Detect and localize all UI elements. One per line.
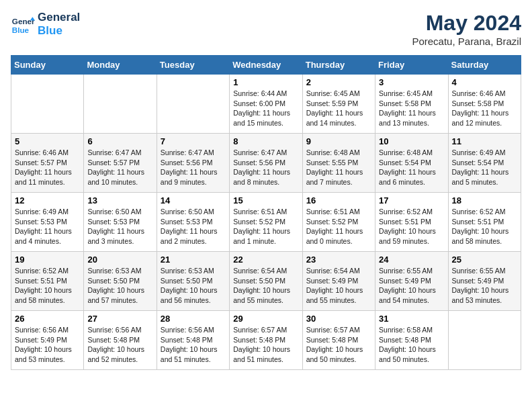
day-number: 5 — [15, 136, 80, 146]
day-info: Sunrise: 6:54 AM Sunset: 5:50 PM Dayligh… — [233, 266, 298, 306]
calendar-cell: 27Sunrise: 6:56 AM Sunset: 5:48 PM Dayli… — [84, 311, 157, 370]
calendar-cell: 19Sunrise: 6:52 AM Sunset: 5:51 PM Dayli… — [11, 252, 84, 311]
day-info: Sunrise: 6:54 AM Sunset: 5:49 PM Dayligh… — [306, 266, 371, 306]
calendar-cell: 5Sunrise: 6:46 AM Sunset: 5:57 PM Daylig… — [11, 134, 84, 193]
calendar-cell: 13Sunrise: 6:50 AM Sunset: 5:53 PM Dayli… — [84, 193, 157, 252]
day-number: 13 — [87, 195, 152, 205]
day-info: Sunrise: 6:50 AM Sunset: 5:53 PM Dayligh… — [87, 207, 152, 246]
calendar-cell: 11Sunrise: 6:49 AM Sunset: 5:54 PM Dayli… — [448, 134, 521, 193]
week-row-1: 1Sunrise: 6:44 AM Sunset: 6:00 PM Daylig… — [11, 75, 521, 134]
calendar-cell: 31Sunrise: 6:58 AM Sunset: 5:48 PM Dayli… — [375, 311, 448, 370]
day-header-saturday: Saturday — [448, 56, 521, 75]
week-row-5: 26Sunrise: 6:56 AM Sunset: 5:49 PM Dayli… — [11, 311, 521, 370]
day-info: Sunrise: 6:55 AM Sunset: 5:49 PM Dayligh… — [379, 266, 444, 306]
day-info: Sunrise: 6:48 AM Sunset: 5:55 PM Dayligh… — [306, 148, 371, 187]
calendar-cell: 29Sunrise: 6:57 AM Sunset: 5:48 PM Dayli… — [230, 311, 302, 370]
calendar-cell: 26Sunrise: 6:56 AM Sunset: 5:49 PM Dayli… — [11, 311, 84, 370]
day-number: 19 — [15, 255, 80, 265]
calendar-cell — [84, 75, 157, 134]
calendar-cell: 23Sunrise: 6:54 AM Sunset: 5:49 PM Dayli… — [302, 252, 375, 311]
day-number: 30 — [306, 314, 371, 324]
day-number: 21 — [161, 255, 226, 265]
calendar-cell: 6Sunrise: 6:47 AM Sunset: 5:57 PM Daylig… — [84, 134, 157, 193]
logo-blue: Blue — [38, 24, 80, 38]
day-info: Sunrise: 6:49 AM Sunset: 5:54 PM Dayligh… — [452, 148, 517, 187]
day-header-sunday: Sunday — [11, 56, 84, 75]
day-info: Sunrise: 6:51 AM Sunset: 5:52 PM Dayligh… — [306, 207, 371, 246]
logo-icon: General Blue — [11, 12, 35, 36]
day-number: 9 — [306, 136, 371, 146]
day-number: 7 — [161, 136, 226, 146]
week-row-2: 5Sunrise: 6:46 AM Sunset: 5:57 PM Daylig… — [11, 134, 521, 193]
day-info: Sunrise: 6:52 AM Sunset: 5:51 PM Dayligh… — [379, 207, 444, 246]
calendar-cell: 24Sunrise: 6:55 AM Sunset: 5:49 PM Dayli… — [375, 252, 448, 311]
day-number: 4 — [452, 77, 517, 87]
calendar-table: SundayMondayTuesdayWednesdayThursdayFrid… — [11, 55, 521, 370]
day-header-friday: Friday — [375, 56, 448, 75]
logo-general: General — [38, 11, 80, 24]
calendar-cell: 14Sunrise: 6:50 AM Sunset: 5:53 PM Dayli… — [157, 193, 229, 252]
page-header: General Blue General Blue May 2024 Porec… — [11, 11, 521, 47]
day-info: Sunrise: 6:47 AM Sunset: 5:57 PM Dayligh… — [87, 148, 152, 187]
day-number: 8 — [233, 136, 298, 146]
day-header-thursday: Thursday — [302, 56, 375, 75]
day-info: Sunrise: 6:55 AM Sunset: 5:49 PM Dayligh… — [452, 266, 517, 306]
day-number: 1 — [233, 77, 298, 87]
day-info: Sunrise: 6:56 AM Sunset: 5:48 PM Dayligh… — [161, 325, 226, 365]
calendar-cell: 7Sunrise: 6:47 AM Sunset: 5:56 PM Daylig… — [157, 134, 229, 193]
day-number: 27 — [87, 314, 152, 324]
week-row-4: 19Sunrise: 6:52 AM Sunset: 5:51 PM Dayli… — [11, 252, 521, 311]
day-number: 2 — [306, 77, 371, 87]
calendar-cell: 30Sunrise: 6:57 AM Sunset: 5:48 PM Dayli… — [302, 311, 375, 370]
day-number: 11 — [452, 136, 517, 146]
day-info: Sunrise: 6:52 AM Sunset: 5:51 PM Dayligh… — [452, 207, 517, 246]
calendar-cell: 21Sunrise: 6:53 AM Sunset: 5:50 PM Dayli… — [157, 252, 229, 311]
day-number: 10 — [379, 136, 444, 146]
day-header-monday: Monday — [84, 56, 157, 75]
day-info: Sunrise: 6:53 AM Sunset: 5:50 PM Dayligh… — [161, 266, 226, 306]
day-number: 31 — [379, 314, 444, 324]
day-info: Sunrise: 6:44 AM Sunset: 6:00 PM Dayligh… — [233, 89, 298, 128]
day-info: Sunrise: 6:56 AM Sunset: 5:49 PM Dayligh… — [15, 325, 80, 365]
day-number: 15 — [233, 195, 298, 205]
week-row-3: 12Sunrise: 6:49 AM Sunset: 5:53 PM Dayli… — [11, 193, 521, 252]
calendar-cell: 16Sunrise: 6:51 AM Sunset: 5:52 PM Dayli… — [302, 193, 375, 252]
calendar-cell: 10Sunrise: 6:48 AM Sunset: 5:54 PM Dayli… — [375, 134, 448, 193]
days-header-row: SundayMondayTuesdayWednesdayThursdayFrid… — [11, 56, 521, 75]
day-number: 25 — [452, 255, 517, 265]
day-info: Sunrise: 6:45 AM Sunset: 5:59 PM Dayligh… — [306, 89, 371, 128]
calendar-cell: 17Sunrise: 6:52 AM Sunset: 5:51 PM Dayli… — [375, 193, 448, 252]
calendar-cell — [157, 75, 229, 134]
day-info: Sunrise: 6:57 AM Sunset: 5:48 PM Dayligh… — [233, 325, 298, 365]
day-info: Sunrise: 6:47 AM Sunset: 5:56 PM Dayligh… — [161, 148, 226, 187]
day-info: Sunrise: 6:49 AM Sunset: 5:53 PM Dayligh… — [15, 207, 80, 246]
day-number: 20 — [87, 255, 152, 265]
day-number: 3 — [379, 77, 444, 87]
day-info: Sunrise: 6:53 AM Sunset: 5:50 PM Dayligh… — [87, 266, 152, 306]
day-number: 17 — [379, 195, 444, 205]
day-number: 6 — [87, 136, 152, 146]
day-header-wednesday: Wednesday — [230, 56, 302, 75]
calendar-cell: 1Sunrise: 6:44 AM Sunset: 6:00 PM Daylig… — [230, 75, 302, 134]
location: Porecatu, Parana, Brazil — [412, 36, 521, 47]
day-number: 23 — [306, 255, 371, 265]
calendar-cell: 8Sunrise: 6:47 AM Sunset: 5:56 PM Daylig… — [230, 134, 302, 193]
day-header-tuesday: Tuesday — [157, 56, 229, 75]
day-info: Sunrise: 6:52 AM Sunset: 5:51 PM Dayligh… — [15, 266, 80, 306]
day-info: Sunrise: 6:48 AM Sunset: 5:54 PM Dayligh… — [379, 148, 444, 187]
day-info: Sunrise: 6:50 AM Sunset: 5:53 PM Dayligh… — [161, 207, 226, 246]
day-info: Sunrise: 6:57 AM Sunset: 5:48 PM Dayligh… — [306, 325, 371, 365]
calendar-cell: 20Sunrise: 6:53 AM Sunset: 5:50 PM Dayli… — [84, 252, 157, 311]
day-number: 12 — [15, 195, 80, 205]
day-number: 26 — [15, 314, 80, 324]
month-year: May 2024 — [412, 11, 521, 36]
day-info: Sunrise: 6:45 AM Sunset: 5:58 PM Dayligh… — [379, 89, 444, 128]
calendar-cell: 15Sunrise: 6:51 AM Sunset: 5:52 PM Dayli… — [230, 193, 302, 252]
day-info: Sunrise: 6:56 AM Sunset: 5:48 PM Dayligh… — [87, 325, 152, 365]
calendar-cell — [448, 311, 521, 370]
calendar-cell: 3Sunrise: 6:45 AM Sunset: 5:58 PM Daylig… — [375, 75, 448, 134]
title-block: May 2024 Porecatu, Parana, Brazil — [412, 11, 521, 47]
calendar-cell: 2Sunrise: 6:45 AM Sunset: 5:59 PM Daylig… — [302, 75, 375, 134]
day-info: Sunrise: 6:46 AM Sunset: 5:58 PM Dayligh… — [452, 89, 517, 128]
day-number: 14 — [161, 195, 226, 205]
